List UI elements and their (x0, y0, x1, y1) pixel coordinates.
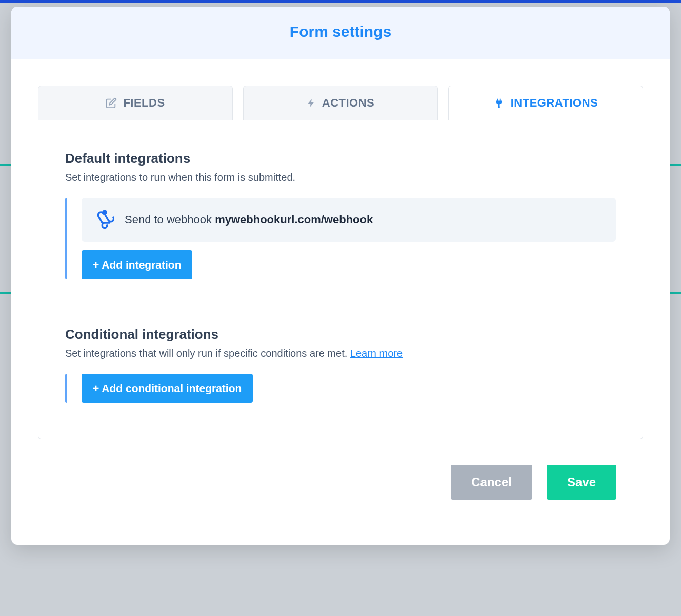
integrations-panel: Default integrations Set integrations to… (38, 120, 643, 439)
default-integrations-section: Default integrations Set integrations to… (65, 151, 616, 279)
modal-header: Form settings (11, 7, 670, 59)
modal-title: Form settings (11, 23, 670, 40)
tab-integrations[interactable]: INTEGRATIONS (448, 86, 643, 120)
default-rail-group: Send to webhook mywebhookurl.com/webhook… (65, 198, 616, 279)
webhook-item-target: mywebhookurl.com/webhook (215, 213, 373, 226)
tab-fields-label: FIELDS (123, 96, 165, 110)
form-settings-modal: Form settings FIELDS ACTIONS (11, 7, 670, 545)
tab-actions[interactable]: ACTIONS (243, 86, 438, 120)
lightning-icon (307, 97, 316, 109)
tab-integrations-label: INTEGRATIONS (511, 96, 598, 110)
plug-icon (493, 97, 505, 109)
edit-icon (106, 97, 117, 109)
conditional-desc-text: Set integrations that will only run if s… (65, 347, 350, 359)
conditional-rail-group: + Add conditional integration (65, 374, 616, 403)
modal-body: FIELDS ACTIONS INTEGRATIONS (11, 59, 670, 545)
modal-footer: Cancel Save (38, 465, 643, 524)
default-section-title: Default integrations (65, 151, 616, 167)
cancel-button[interactable]: Cancel (451, 465, 532, 500)
svg-point-0 (103, 211, 106, 214)
tabs: FIELDS ACTIONS INTEGRATIONS (38, 86, 643, 120)
tab-actions-label: ACTIONS (322, 96, 375, 110)
conditional-section-description: Set integrations that will only run if s… (65, 347, 616, 359)
webhook-item-text: Send to webhook mywebhookurl.com/webhook (125, 213, 373, 227)
webhook-integration-item[interactable]: Send to webhook mywebhookurl.com/webhook (82, 198, 616, 242)
conditional-section-title: Conditional integrations (65, 326, 616, 342)
add-integration-button[interactable]: + Add integration (82, 250, 192, 279)
learn-more-link[interactable]: Learn more (350, 347, 403, 359)
add-conditional-integration-button[interactable]: + Add conditional integration (82, 374, 253, 403)
save-button[interactable]: Save (547, 465, 616, 500)
default-section-description: Set integrations to run when this form i… (65, 172, 616, 183)
conditional-integrations-section: Conditional integrations Set integration… (65, 326, 616, 403)
tab-fields[interactable]: FIELDS (38, 86, 233, 120)
webhook-icon (95, 209, 114, 231)
webhook-item-prefix: Send to webhook (125, 213, 215, 226)
